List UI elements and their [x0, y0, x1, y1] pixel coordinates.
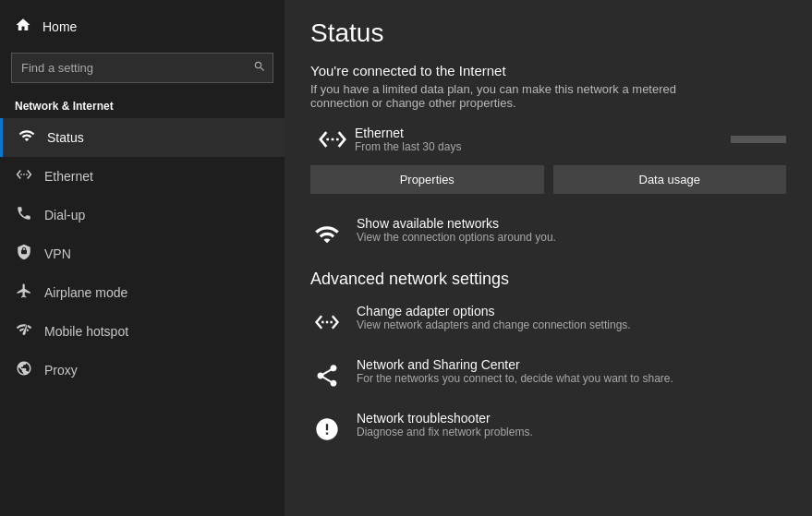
troubleshooter-title: Network troubleshooter [357, 411, 533, 426]
change-adapter-title: Change adapter options [357, 304, 631, 318]
sidebar: Home Network & Internet Status Ethernet … [0, 0, 285, 516]
ethernet-icon [15, 166, 33, 186]
sidebar-item-dialup[interactable]: Dial-up [0, 196, 285, 234]
sidebar-item-airplane[interactable]: Airplane mode [0, 273, 285, 312]
sidebar-item-hotspot[interactable]: Mobile hotspot [0, 312, 285, 351]
sidebar-vpn-label: VPN [44, 246, 71, 261]
ethernet-card: Ethernet From the last 30 days [310, 125, 786, 154]
change-adapter-desc: View network adapters and change connect… [357, 318, 631, 331]
sidebar-hotspot-label: Mobile hotspot [44, 324, 128, 339]
sidebar-item-home[interactable]: Home [0, 7, 285, 45]
sidebar-status-label: Status [47, 130, 84, 145]
sharing-center-item[interactable]: Network and Sharing Center For the netwo… [310, 357, 786, 392]
ethernet-name: Ethernet [355, 126, 731, 140]
airplane-icon [15, 282, 33, 303]
dialup-icon [15, 205, 33, 225]
search-input[interactable] [11, 53, 273, 83]
home-icon [15, 17, 31, 36]
sharing-center-text: Network and Sharing Center For the netwo… [357, 357, 673, 385]
action-buttons: Properties Data usage [310, 165, 786, 194]
status-icon [18, 127, 36, 148]
available-networks-desc: View the connection options around you. [357, 231, 556, 244]
sidebar-item-ethernet[interactable]: Ethernet [0, 157, 285, 196]
hotspot-icon [15, 321, 33, 342]
available-networks-item[interactable]: Show available networks View the connect… [310, 216, 786, 251]
sidebar-airplane-label: Airplane mode [44, 285, 127, 300]
ethernet-info: Ethernet From the last 30 days [355, 126, 731, 153]
sharing-center-desc: For the networks you connect to, decide … [357, 372, 673, 385]
change-adapter-item[interactable]: Change adapter options View network adap… [310, 304, 786, 339]
search-box [11, 53, 273, 83]
ethernet-usage-badge [731, 136, 786, 143]
troubleshooter-item[interactable]: Network troubleshooter Diagnose and fix … [310, 411, 786, 446]
troubleshooter-desc: Diagnose and fix network problems. [357, 426, 533, 438]
data-usage-button[interactable]: Data usage [553, 165, 787, 194]
sidebar-section-label: Network & Internet [0, 90, 285, 118]
sharing-center-title: Network and Sharing Center [357, 357, 673, 372]
main-content: Status You're connected to the Internet … [285, 0, 812, 516]
search-icon[interactable] [253, 60, 266, 76]
available-networks-icon [310, 218, 344, 251]
troubleshooter-icon [310, 413, 344, 446]
sidebar-dialup-label: Dial-up [44, 208, 85, 222]
troubleshooter-text: Network troubleshooter Diagnose and fix … [357, 411, 533, 438]
connection-status: You're connected to the Internet [310, 63, 786, 78]
advanced-title: Advanced network settings [310, 270, 786, 289]
available-networks-title: Show available networks [357, 216, 556, 231]
sidebar-item-proxy[interactable]: Proxy [0, 351, 285, 390]
sidebar-ethernet-label: Ethernet [44, 169, 93, 184]
home-label: Home [42, 19, 77, 34]
sidebar-item-vpn[interactable]: VPN [0, 234, 285, 273]
available-networks-text: Show available networks View the connect… [357, 216, 556, 244]
properties-button[interactable]: Properties [310, 165, 544, 194]
proxy-icon [15, 360, 33, 380]
sharing-icon [310, 359, 344, 392]
change-adapter-text: Change adapter options View network adap… [357, 304, 631, 331]
sidebar-item-status[interactable]: Status [0, 118, 285, 157]
ethernet-card-icon [310, 125, 355, 154]
adapter-icon [310, 306, 344, 339]
sidebar-proxy-label: Proxy [44, 363, 78, 378]
vpn-icon [15, 244, 33, 264]
ethernet-sub: From the last 30 days [355, 140, 731, 153]
page-title: Status [310, 18, 786, 48]
connection-description: If you have a limited data plan, you can… [310, 82, 698, 110]
